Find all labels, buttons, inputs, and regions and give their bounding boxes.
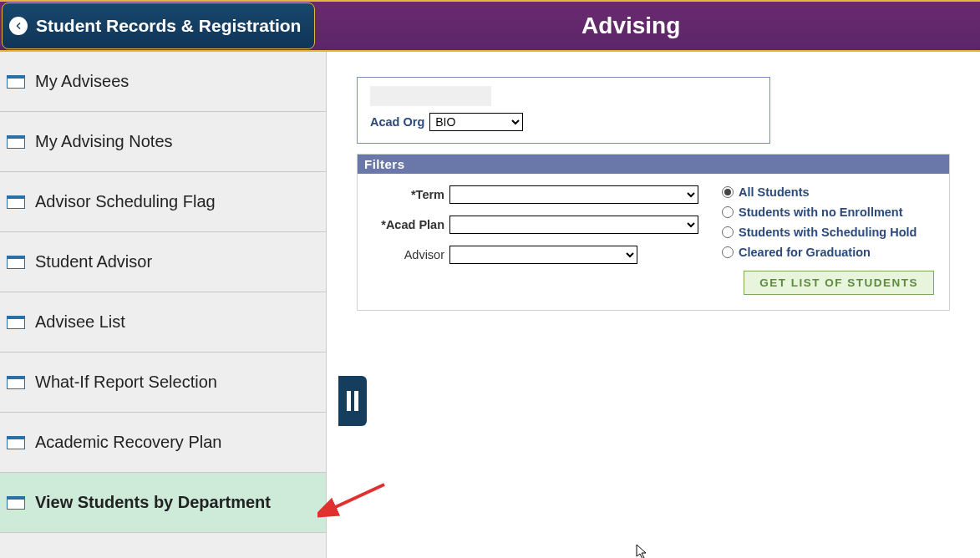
- redacted-text: [370, 86, 491, 106]
- sidebar-item-student-advisor[interactable]: Student Advisor: [0, 232, 326, 292]
- back-navigation-pill[interactable]: Student Records & Registration: [2, 3, 315, 49]
- radio-label: Students with Scheduling Hold: [739, 226, 917, 239]
- sidebar-item-label: What-If Report Selection: [35, 373, 217, 392]
- sidebar-item-label: Student Advisor: [35, 252, 152, 271]
- term-select[interactable]: [449, 185, 698, 204]
- back-icon[interactable]: [9, 17, 28, 35]
- advisor-label: Advisor: [373, 248, 449, 261]
- list-icon: [7, 75, 25, 89]
- main-content: Acad Org BIO Filters *Term *Acad Plan: [327, 52, 980, 558]
- radio-scheduling-hold[interactable]: Students with Scheduling Hold: [722, 226, 934, 239]
- sidebar-item-my-advisees[interactable]: My Advisees: [0, 52, 326, 112]
- header-bar: Student Records & Registration Advising: [0, 0, 980, 52]
- list-icon: [7, 195, 25, 209]
- sidebar-item-advisor-scheduling-flag[interactable]: Advisor Scheduling Flag: [0, 172, 326, 232]
- filters-panel: Filters *Term *Acad Plan Advisor: [357, 154, 950, 311]
- sidebar-item-label: Advisee List: [35, 312, 125, 332]
- sidebar-item-label: View Students by Department: [35, 493, 271, 512]
- acad-org-label: Acad Org: [370, 115, 424, 129]
- list-icon: [7, 135, 25, 149]
- sidebar-item-advisee-list[interactable]: Advisee List: [0, 292, 326, 353]
- list-icon: [7, 316, 25, 329]
- list-icon: [7, 496, 25, 510]
- filters-header: Filters: [358, 155, 949, 174]
- sidebar-item-view-students-by-department[interactable]: View Students by Department: [0, 473, 326, 533]
- radio-icon: [722, 226, 734, 238]
- acad-plan-select[interactable]: [449, 216, 698, 234]
- sidebar: My Advisees My Advising Notes Advisor Sc…: [0, 52, 327, 558]
- radio-all-students[interactable]: All Students: [722, 185, 934, 199]
- sidebar-item-label: Advisor Scheduling Flag: [35, 192, 216, 211]
- term-label: *Term: [373, 188, 449, 201]
- acad-org-panel: Acad Org BIO: [357, 77, 770, 144]
- radio-no-enrollment[interactable]: Students with no Enrollment: [722, 205, 934, 219]
- page-title: Advising: [315, 13, 980, 39]
- radio-label: Students with no Enrollment: [739, 205, 903, 219]
- radio-icon: [722, 186, 734, 198]
- sidebar-item-academic-recovery-plan[interactable]: Academic Recovery Plan: [0, 413, 326, 473]
- radio-label: Cleared for Graduation: [739, 246, 871, 259]
- advisor-select[interactable]: [449, 246, 637, 264]
- list-icon: [7, 436, 25, 449]
- parent-page-title: Student Records & Registration: [36, 16, 301, 36]
- radio-cleared-graduation[interactable]: Cleared for Graduation: [722, 246, 934, 259]
- radio-label: All Students: [739, 185, 810, 199]
- list-icon: [7, 376, 25, 389]
- radio-icon: [722, 206, 734, 218]
- list-icon: [7, 256, 25, 269]
- get-list-button[interactable]: GET LIST OF STUDENTS: [744, 271, 934, 295]
- sidebar-item-my-advising-notes[interactable]: My Advising Notes: [0, 112, 326, 172]
- sidebar-item-what-if-report-selection[interactable]: What-If Report Selection: [0, 353, 326, 413]
- sidebar-item-label: My Advising Notes: [35, 132, 173, 151]
- sidebar-item-label: Academic Recovery Plan: [35, 433, 221, 452]
- acad-plan-label: *Acad Plan: [373, 218, 449, 231]
- acad-org-select[interactable]: BIO: [429, 113, 523, 131]
- radio-icon: [722, 246, 734, 258]
- sidebar-item-label: My Advisees: [35, 72, 129, 91]
